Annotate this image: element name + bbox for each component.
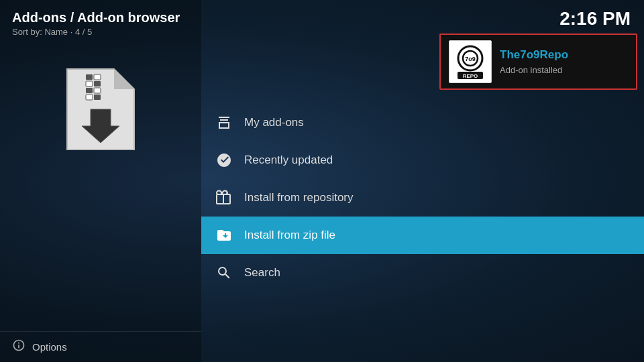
install-from-repo-icon xyxy=(215,188,233,207)
menu-item-recently-updated[interactable]: Recently updated xyxy=(201,141,644,179)
menu-item-search[interactable]: Search xyxy=(201,254,644,292)
zip-install-icon xyxy=(54,62,148,156)
recently-updated-icon xyxy=(215,151,233,170)
install-from-zip-label: Install from zip file xyxy=(244,229,335,242)
menu-item-install-from-repo[interactable]: Install from repository xyxy=(201,179,644,217)
my-addons-label: My add-ons xyxy=(244,116,304,129)
svg-rect-2 xyxy=(86,81,93,86)
left-panel: Add-ons / Add-on browser Sort by: Name ·… xyxy=(0,0,201,362)
svg-rect-1 xyxy=(94,74,101,80)
main-icon-area xyxy=(0,62,201,156)
recently-updated-label: Recently updated xyxy=(244,154,333,167)
bottom-bar[interactable]: Options xyxy=(0,331,201,362)
title-end: Repo xyxy=(540,48,569,61)
notification-text: The7o9Repo Add-on installed xyxy=(500,48,628,74)
install-from-zip-icon xyxy=(215,226,233,245)
install-from-repo-label: Install from repository xyxy=(244,191,354,204)
addon-logo: 7o9 REPO xyxy=(449,40,492,83)
notification-subtitle: Add-on installed xyxy=(500,65,628,75)
menu-item-my-addons[interactable]: My add-ons xyxy=(201,104,644,141)
svg-rect-5 xyxy=(94,88,101,93)
svg-rect-4 xyxy=(86,88,93,93)
time-display: 2:16 PM xyxy=(559,8,631,29)
right-panel: 2:16 PM 7o9 REPO The7o9Repo Add-on insta… xyxy=(201,0,644,362)
options-label: Options xyxy=(32,341,67,353)
title-normal: The xyxy=(500,48,520,61)
svg-rect-0 xyxy=(86,74,93,80)
my-addons-icon xyxy=(215,113,233,132)
breadcrumb-area: Add-ons / Add-on browser Sort by: Name ·… xyxy=(0,0,201,42)
menu-list: My add-ons Recently updated Install from… xyxy=(201,104,644,292)
title-accent: 7o9 xyxy=(520,48,539,61)
notification-title: The7o9Repo xyxy=(500,48,628,62)
page-title: Add-ons / Add-on browser xyxy=(12,9,189,25)
notification-popup: 7o9 REPO The7o9Repo Add-on installed xyxy=(439,34,637,90)
svg-rect-3 xyxy=(94,81,101,86)
svg-text:REPO: REPO xyxy=(463,73,478,79)
search-icon xyxy=(215,263,233,282)
svg-rect-7 xyxy=(94,95,101,100)
svg-rect-6 xyxy=(86,95,93,100)
menu-item-install-from-zip[interactable]: Install from zip file xyxy=(201,217,644,254)
svg-text:7o9: 7o9 xyxy=(465,56,476,62)
search-label: Search xyxy=(244,266,280,280)
options-icon xyxy=(12,339,25,355)
sort-info: Sort by: Name · 4 / 5 xyxy=(12,27,189,37)
